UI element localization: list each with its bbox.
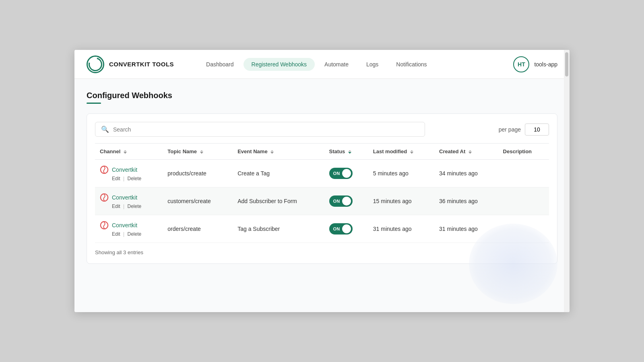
main-content: Configured Webhooks 🔍 per page — [74, 79, 570, 312]
cell-channel-0: Convertkit Edit | Delete — [95, 160, 163, 187]
search-icon: 🔍 — [101, 125, 109, 133]
col-topic-name[interactable]: Topic Name — [163, 144, 233, 160]
webhooks-table: Channel Topic Name — [95, 143, 549, 243]
page-title: Configured Webhooks — [87, 91, 557, 100]
col-description: Description — [498, 144, 549, 160]
table-header-row: Channel Topic Name — [95, 144, 549, 160]
scrollbar-thumb[interactable] — [565, 52, 568, 76]
channel-link-1[interactable]: Convertkit — [112, 194, 137, 201]
table-toolbar: 🔍 per page — [95, 122, 549, 137]
app-title: CONVERTKIT TOOLS — [109, 61, 174, 68]
search-box: 🔍 — [95, 122, 425, 137]
user-avatar[interactable]: HT — [513, 56, 529, 72]
table-footer: Showing all 3 entries — [95, 249, 549, 255]
nav-item-registered-webhooks[interactable]: Registered Webhooks — [244, 58, 315, 71]
user-area: HT tools-app — [513, 56, 557, 72]
header: CONVERTKIT TOOLS Dashboard Registered We… — [74, 50, 570, 79]
delete-link-2[interactable]: Delete — [128, 231, 142, 237]
cell-last-modified-0: 5 minutes ago — [368, 160, 434, 187]
cell-description-0 — [498, 160, 549, 187]
table-row: Convertkit Edit | Delete products/create… — [95, 160, 549, 187]
col-last-modified[interactable]: Last modified — [368, 144, 434, 160]
sort-icon-status — [348, 150, 351, 154]
col-channel[interactable]: Channel — [95, 144, 163, 160]
browser-window: CONVERTKIT TOOLS Dashboard Registered We… — [74, 50, 570, 312]
channel-link-2[interactable]: Convertkit — [112, 222, 137, 228]
page-title-area: Configured Webhooks — [87, 91, 557, 104]
cell-last-modified-2: 31 minutes ago — [368, 215, 434, 243]
cell-created-at-1: 36 minutes ago — [434, 187, 498, 215]
cell-event-1: Add Subscriber to Form — [233, 187, 324, 215]
toggle-1[interactable]: ON — [329, 195, 353, 207]
toggle-label-1: ON — [333, 199, 340, 204]
cell-created-at-0: 34 minutes ago — [434, 160, 498, 187]
nav-item-dashboard[interactable]: Dashboard — [198, 58, 242, 71]
channel-link-0[interactable]: Convertkit — [112, 167, 137, 173]
cell-channel-2: Convertkit Edit | Delete — [95, 215, 163, 243]
cell-description-2 — [498, 215, 549, 243]
sort-icon-last-modified — [410, 150, 413, 154]
cell-created-at-2: 31 minutes ago — [434, 215, 498, 243]
cell-channel-1: Convertkit Edit | Delete — [95, 187, 163, 215]
cell-status-0: ON — [324, 160, 368, 187]
col-event-name[interactable]: Event Name — [233, 144, 324, 160]
per-page-input[interactable] — [525, 123, 549, 136]
table-row: Convertkit Edit | Delete customers/creat… — [95, 187, 549, 215]
toggle-0[interactable]: ON — [329, 168, 353, 179]
toggle-2[interactable]: ON — [329, 223, 353, 234]
toggle-label-0: ON — [333, 171, 340, 176]
cell-status-2: ON — [324, 215, 368, 243]
cell-event-0: Create a Tag — [233, 160, 324, 187]
toggle-knob-1 — [342, 197, 351, 206]
per-page-label: per page — [499, 126, 521, 133]
edit-link-2[interactable]: Edit — [112, 231, 120, 237]
nav-item-logs[interactable]: Logs — [358, 58, 386, 71]
user-app-name: tools-app — [534, 61, 557, 68]
sort-icon-event — [270, 150, 274, 154]
nav-item-notifications[interactable]: Notifications — [388, 58, 435, 71]
sort-icon-topic — [200, 150, 203, 154]
toggle-knob-2 — [342, 224, 351, 233]
toggle-knob-0 — [342, 169, 351, 178]
edit-link-0[interactable]: Edit — [112, 176, 120, 181]
logo-area: CONVERTKIT TOOLS — [87, 56, 174, 73]
col-status[interactable]: Status — [324, 144, 368, 160]
cell-topic-0: products/create — [163, 160, 233, 187]
cell-description-1 — [498, 187, 549, 215]
edit-link-1[interactable]: Edit — [112, 204, 120, 209]
logo-icon — [87, 56, 104, 73]
title-underline — [87, 103, 101, 104]
entries-count: Showing all 3 entries — [95, 249, 143, 255]
sort-icon-channel — [124, 150, 127, 154]
sort-icon-created-at — [469, 150, 472, 154]
table-card: 🔍 per page Channel — [87, 113, 557, 264]
cell-event-2: Tag a Subscriber — [233, 215, 324, 243]
search-input[interactable] — [113, 126, 419, 133]
scrollbar[interactable] — [564, 50, 570, 312]
delete-link-0[interactable]: Delete — [128, 176, 142, 181]
col-created-at[interactable]: Created At — [434, 144, 498, 160]
cell-topic-1: customers/create — [163, 187, 233, 215]
delete-link-1[interactable]: Delete — [128, 204, 142, 209]
toggle-label-2: ON — [333, 226, 340, 231]
cell-status-1: ON — [324, 187, 368, 215]
nav-item-automate[interactable]: Automate — [316, 58, 357, 71]
table-row: Convertkit Edit | Delete orders/createTa… — [95, 215, 549, 243]
cell-last-modified-1: 15 minutes ago — [368, 187, 434, 215]
cell-topic-2: orders/create — [163, 215, 233, 243]
per-page-area: per page — [499, 123, 549, 136]
main-nav: Dashboard Registered Webhooks Automate L… — [198, 58, 513, 71]
